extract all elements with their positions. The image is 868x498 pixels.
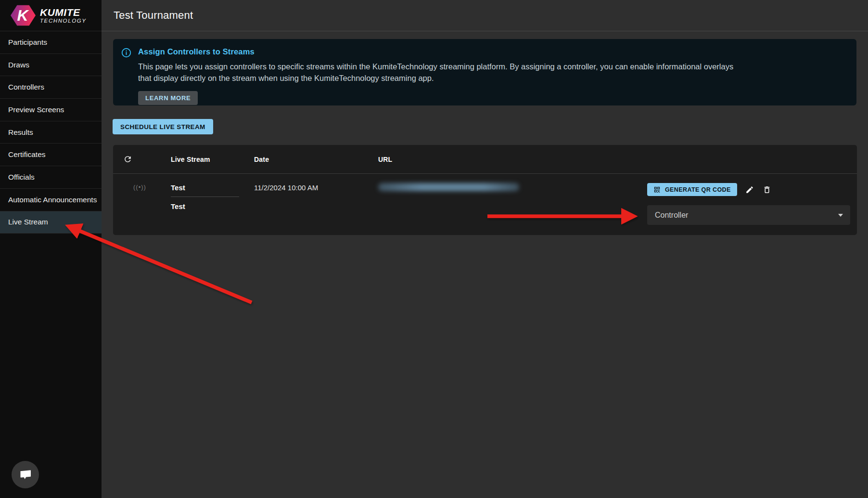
sidebar-item-preview-screens[interactable]: Preview Screens <box>0 99 102 121</box>
table-header-row: Live Stream Date URL <box>113 145 857 174</box>
generate-qr-code-button[interactable]: GENERATE QR CODE <box>647 183 737 196</box>
chat-bubble-icon <box>18 468 33 481</box>
info-banner: Assign Controllers to Streams This page … <box>113 39 856 105</box>
sidebar-item-label: Participants <box>8 38 47 47</box>
brand-hexagon-icon: K <box>11 4 36 26</box>
info-banner-content: Assign Controllers to Streams This page … <box>138 47 737 105</box>
page-title: Test Tournament <box>114 9 193 22</box>
stream-url-redacted[interactable] <box>378 183 519 191</box>
sidebar: K KUMITE TECHNOLOGY Participants Draws C… <box>0 0 102 498</box>
sidebar-item-label: Live Stream <box>8 218 48 226</box>
sidebar-item-label: Controllers <box>8 83 44 92</box>
broadcast-icon: ((•)) <box>113 174 171 191</box>
stream-url-cell <box>378 174 647 191</box>
info-banner-description: This page lets you assign controllers to… <box>138 61 737 84</box>
sidebar-item-draws[interactable]: Draws <box>0 54 102 77</box>
row-actions: GENERATE QR CODE Controller <box>647 174 857 225</box>
generate-qr-code-label: GENERATE QR CODE <box>665 186 731 193</box>
sidebar-item-label: Results <box>8 128 33 137</box>
brand-text: KUMITE TECHNOLOGY <box>40 7 87 24</box>
edit-icon[interactable] <box>745 185 754 194</box>
sidebar-item-automatic-announcements[interactable]: Automatic Announcements <box>0 189 102 211</box>
sidebar-item-label: Officials <box>8 173 35 182</box>
column-header-live-stream: Live Stream <box>171 156 254 163</box>
brand-letter: K <box>17 8 28 23</box>
logo[interactable]: K KUMITE TECHNOLOGY <box>0 0 102 31</box>
controller-dropdown-label: Controller <box>655 211 688 220</box>
sidebar-item-officials[interactable]: Officials <box>0 166 102 189</box>
stream-name: Test <box>171 183 254 192</box>
table-row: ((•)) Test Test 11/2/2024 10:00 AM GENER… <box>113 174 857 225</box>
info-banner-title: Assign Controllers to Streams <box>138 47 737 56</box>
sidebar-item-participants[interactable]: Participants <box>0 31 102 54</box>
column-header-url: URL <box>378 156 647 163</box>
main-content: Assign Controllers to Streams This page … <box>102 31 868 498</box>
sidebar-item-label: Preview Screens <box>8 105 64 114</box>
info-icon <box>121 48 131 105</box>
chat-widget-button[interactable] <box>12 461 39 488</box>
sidebar-item-label: Certificates <box>8 150 46 159</box>
qr-code-icon <box>653 186 661 193</box>
controller-dropdown[interactable]: Controller <box>647 205 850 225</box>
sidebar-item-controllers[interactable]: Controllers <box>0 76 102 99</box>
delete-icon[interactable] <box>763 185 771 194</box>
stream-date: 11/2/2024 10:00 AM <box>254 174 378 192</box>
sidebar-item-live-stream[interactable]: Live Stream <box>0 211 102 234</box>
schedule-live-stream-button[interactable]: SCHEDULE LIVE STREAM <box>113 119 213 134</box>
stream-subtitle: Test <box>171 202 254 211</box>
sidebar-item-label: Draws <box>8 61 29 69</box>
top-bar: Test Tournament <box>102 0 868 31</box>
chevron-down-icon <box>838 214 843 217</box>
live-streams-table: Live Stream Date URL ((•)) Test Test 11/… <box>113 145 857 235</box>
divider <box>171 197 239 197</box>
brand-name: KUMITE <box>40 7 87 18</box>
sidebar-item-certificates[interactable]: Certificates <box>0 144 102 166</box>
sidebar-item-results[interactable]: Results <box>0 121 102 144</box>
refresh-icon[interactable] <box>123 155 132 164</box>
brand-subname: TECHNOLOGY <box>40 18 87 24</box>
learn-more-button[interactable]: LEARN MORE <box>138 91 198 105</box>
sidebar-item-label: Automatic Announcements <box>8 196 97 204</box>
column-header-date: Date <box>254 156 378 163</box>
stream-name-cell: Test Test <box>171 174 254 211</box>
